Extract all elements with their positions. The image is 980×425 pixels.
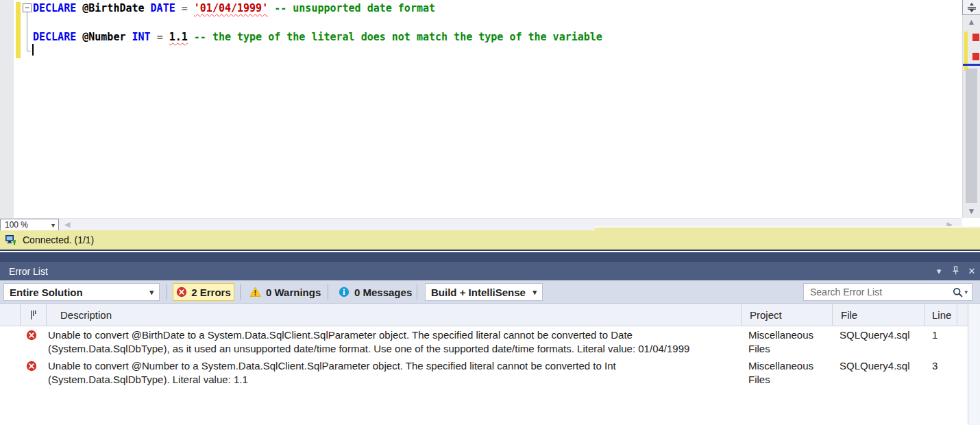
- sql-keyword: DECLARE: [33, 31, 82, 43]
- extra-column-header: [957, 304, 968, 326]
- sql-variable: @Number: [82, 31, 132, 43]
- severity-column-icon: [30, 311, 37, 319]
- close-icon[interactable]: ✕: [964, 266, 980, 276]
- search-icon[interactable]: [953, 287, 963, 298]
- server-connected-icon: [5, 234, 17, 245]
- sql-keyword: DATE: [151, 2, 182, 14]
- error-project: Miscellaneous: [748, 359, 813, 373]
- sql-keyword: DECLARE: [33, 2, 82, 14]
- error-project: Miscellaneous: [748, 328, 813, 342]
- error-description-line2: (System.Data.SqlDbType). Literal value: …: [48, 373, 248, 387]
- error-file: SQLQuery4.sql: [840, 328, 910, 342]
- error-description-line2: (System.Data.SqlDbType), as it used an u…: [48, 342, 689, 356]
- error-icon: [26, 330, 37, 341]
- search-input[interactable]: [810, 287, 953, 298]
- scroll-up-icon[interactable]: ▲: [963, 17, 980, 27]
- error-icon: [176, 287, 187, 298]
- search-error-list-box[interactable]: ▾: [803, 283, 972, 301]
- scope-filter-dropdown[interactable]: Entire Solution ▾: [3, 283, 160, 301]
- error-project: Files: [748, 342, 770, 356]
- sql-operator: =: [157, 31, 169, 43]
- toolbar-separator: [328, 284, 328, 300]
- toolbar-separator: [167, 284, 167, 300]
- error-grid-body: Unable to convert @BirthDate to a System…: [0, 326, 968, 388]
- scrollbar-error-marker[interactable]: [972, 34, 979, 41]
- text-caret: [32, 44, 34, 56]
- warning-icon: [249, 287, 261, 298]
- sql-editor[interactable]: − DECLARE @BirthDate DATE = '01/04/1999'…: [0, 0, 980, 218]
- scope-filter-value: Entire Solution: [10, 287, 83, 298]
- fold-region-end: [27, 51, 31, 51]
- warnings-filter-button[interactable]: 0 Warnings: [245, 283, 325, 301]
- panel-title: Error List: [9, 266, 48, 277]
- warnings-count-label: 0 Warnings: [266, 287, 321, 298]
- sql-comment: -- the type of the literal does not matc…: [194, 31, 602, 43]
- info-icon: [339, 287, 350, 298]
- error-row[interactable]: Unable to convert @Number to a System.Da…: [0, 357, 968, 388]
- split-window-icon: [966, 2, 977, 13]
- sql-keyword: INT: [132, 31, 157, 43]
- messages-filter-button[interactable]: 0 Messages: [334, 283, 416, 301]
- fold-region-line: [27, 12, 27, 51]
- chevron-down-icon: ▾: [144, 288, 154, 297]
- sql-operator: =: [182, 2, 194, 14]
- code-line-1[interactable]: DECLARE @BirthDate DATE = '01/04/1999' -…: [33, 1, 435, 15]
- window-position-icon[interactable]: ▾: [931, 266, 947, 276]
- editor-gutter: [0, 0, 14, 218]
- row-selector-column-header[interactable]: [0, 304, 21, 326]
- vertical-scrollbar[interactable]: ▲ ▼: [962, 15, 980, 218]
- search-options-icon[interactable]: ▾: [964, 289, 968, 295]
- source-filter-dropdown[interactable]: Build + IntelliSense ▾: [425, 283, 543, 301]
- source-filter-value: Build + IntelliSense: [431, 287, 526, 298]
- project-column-header[interactable]: Project: [742, 304, 833, 326]
- errors-filter-button[interactable]: 2 Errors: [173, 283, 234, 301]
- zoom-level-dropdown[interactable]: 100 % ▾: [0, 219, 59, 231]
- error-list-titlebar[interactable]: Error List ▾ ✕: [0, 262, 980, 280]
- panel-separator: [0, 252, 980, 262]
- code-line-3[interactable]: DECLARE @Number INT = 1.1 -- the type of…: [33, 30, 602, 44]
- error-list-toolbar: Entire Solution ▾ 2 Errors 0 Warnings 0 …: [0, 280, 980, 304]
- code-fold-collapse-icon[interactable]: −: [23, 3, 32, 12]
- pin-icon[interactable]: [947, 266, 964, 277]
- messages-count-label: 0 Messages: [354, 287, 412, 298]
- changed-lines-bar: [16, 2, 21, 58]
- vertical-scrollbar-thumb[interactable]: [966, 69, 977, 203]
- scroll-left-icon[interactable]: ◀: [64, 220, 70, 229]
- connection-statusbar: Connected. (1/1): [0, 230, 980, 251]
- error-row[interactable]: Unable to convert @BirthDate to a System…: [0, 326, 968, 357]
- error-list-scrollbar-lane[interactable]: [968, 304, 980, 425]
- connection-status-text: Connected. (1/1): [23, 234, 94, 245]
- chevron-down-icon: ▾: [527, 288, 537, 297]
- scrollbar-caret-position: [963, 64, 980, 66]
- sql-variable: @BirthDate: [82, 2, 150, 14]
- editor-splitter-handle[interactable]: [962, 0, 980, 15]
- chevron-down-icon: ▾: [51, 221, 58, 229]
- scrollbar-error-marker[interactable]: [972, 53, 979, 60]
- error-description-line1: Unable to convert @BirthDate to a System…: [48, 328, 633, 342]
- errors-count-label: 2 Errors: [191, 287, 231, 298]
- error-line-number: 3: [932, 359, 938, 373]
- toolbar-separator: [240, 284, 241, 300]
- error-description-line1: Unable to convert @Number to a System.Da…: [48, 359, 616, 373]
- sql-number-literal-error: 1.1: [169, 31, 188, 43]
- error-grid-header: Description Project File Line: [0, 304, 968, 326]
- severity-column-header[interactable]: [21, 304, 47, 326]
- error-project: Files: [748, 373, 770, 387]
- toolbar-separator: [417, 284, 417, 300]
- error-file: SQLQuery4.sql: [840, 359, 910, 373]
- file-column-header[interactable]: File: [833, 304, 925, 326]
- sql-string-literal-error: '01/04/1999': [194, 2, 268, 14]
- error-line-number: 1: [932, 328, 938, 342]
- sql-comment: -- unsupported date format: [274, 2, 435, 14]
- line-column-header[interactable]: Line: [925, 304, 957, 326]
- description-column-header[interactable]: Description: [47, 304, 742, 326]
- scroll-down-icon[interactable]: ▼: [963, 206, 980, 216]
- zoom-level-value: 100 %: [5, 220, 28, 230]
- error-icon: [26, 361, 37, 372]
